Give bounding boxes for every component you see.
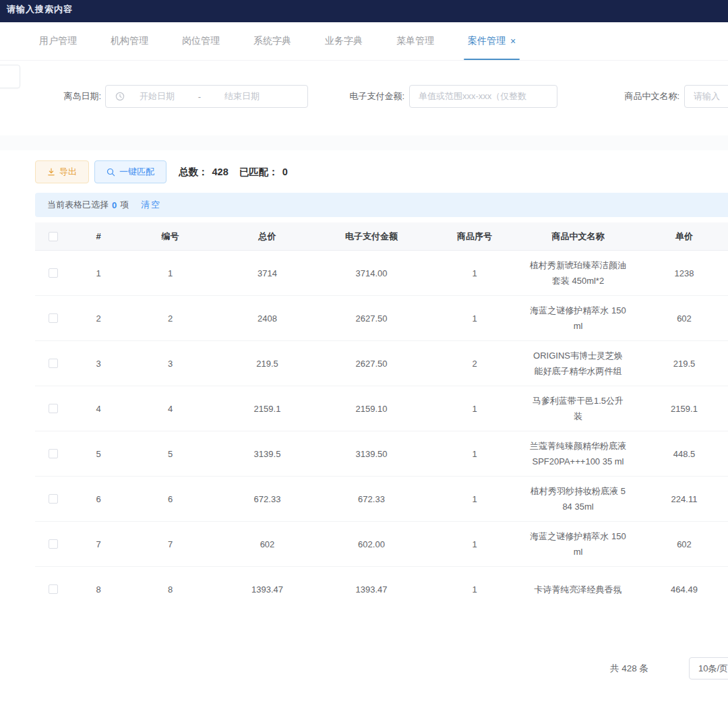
cell-index: 2	[71, 313, 125, 324]
table-header: #编号总价电子支付金额商品序号商品中文名称单价	[35, 222, 728, 251]
row-checkbox[interactable]	[49, 449, 58, 458]
app-window: 请输入搜索内容 用户管理机构管理岗位管理系统字典业务字典菜单管理案件管理× 离岛…	[0, 0, 728, 726]
table-row: 1137143714.001植村秀新琥珀臻萃洁颜油套装 450ml*21238	[35, 251, 728, 296]
payment-amount-filter-label: 电子支付金额:	[322, 85, 404, 108]
cell-product-name: 卡诗菁纯亮泽经典香氛	[526, 575, 630, 604]
cases-table: #编号总价电子支付金额商品序号商品中文名称单价 1137143714.001植村…	[35, 222, 728, 611]
page-size-select[interactable]: 10条/页	[689, 657, 728, 679]
date-range-separator: -	[189, 92, 210, 102]
cell-product-name: 海蓝之谜修护精萃水 150ml	[526, 296, 630, 340]
date-range-input[interactable]: 开始日期 - 结束日期	[105, 85, 308, 108]
tab-item[interactable]: 系统字典	[253, 22, 291, 60]
row-checkbox[interactable]	[49, 404, 58, 413]
cell-code: 4	[125, 404, 215, 414]
row-select-cell	[35, 404, 71, 413]
cell-total-price: 2159.1	[215, 404, 320, 414]
clock-icon	[115, 92, 125, 101]
cell-code: 2	[125, 313, 215, 324]
date-end-placeholder: 结束日期	[210, 90, 274, 102]
tab-label: 菜单管理	[396, 35, 434, 47]
cell-total-price: 1393.47	[215, 584, 320, 595]
table-body: 1137143714.001植村秀新琥珀臻萃洁颜油套装 450ml*212382…	[35, 251, 728, 611]
header-select-cell	[35, 232, 71, 241]
selection-count: 0	[112, 200, 117, 210]
cell-index: 5	[71, 449, 125, 459]
search-icon	[107, 168, 115, 177]
select-all-checkbox[interactable]	[49, 232, 58, 241]
clear-selection-link[interactable]: 清空	[141, 199, 161, 211]
cell-item-no: 1	[423, 584, 526, 595]
cell-unit-price: 448.5	[630, 449, 728, 459]
tab-item[interactable]: 机构管理	[111, 22, 148, 60]
column-header: 编号	[125, 231, 215, 243]
selection-info-bar: 当前表格已选择 0 项 清空	[35, 193, 728, 217]
row-checkbox[interactable]	[49, 584, 58, 594]
row-select-cell	[35, 359, 71, 368]
cell-item-no: 2	[423, 359, 526, 369]
cell-unit-price: 2159.1	[630, 404, 728, 414]
cell-unit-price: 224.11	[630, 494, 728, 504]
cell-unit-price: 602	[630, 313, 728, 324]
cell-payment-amount: 3714.00	[320, 268, 423, 278]
tab-label: 用户管理	[39, 35, 77, 47]
table-row: 553139.53139.501兰蔻菁纯臻颜精华粉底液SPF20PA+++100…	[35, 431, 728, 477]
tab-item[interactable]: 业务字典	[325, 22, 363, 60]
table-row: 66672.33672.331植村秀羽纱持妆粉底液 584 35ml224.11	[35, 477, 728, 522]
row-select-cell	[35, 268, 71, 278]
export-button-label: 导出	[59, 166, 77, 178]
tab-item[interactable]: 岗位管理	[182, 22, 220, 60]
payment-amount-input[interactable]: 单值或范围xxx-xxx（仅整数	[409, 85, 557, 108]
cell-total-price: 2408	[215, 313, 320, 324]
export-button[interactable]: 导出	[35, 160, 89, 183]
cell-total-price: 602	[215, 539, 320, 549]
row-select-cell	[35, 539, 71, 549]
column-header: #	[71, 231, 125, 241]
tab-label: 机构管理	[111, 35, 148, 47]
tab-label: 岗位管理	[182, 35, 220, 47]
cell-payment-amount: 602.00	[320, 539, 423, 549]
row-select-cell	[35, 449, 71, 458]
cell-item-no: 1	[423, 313, 526, 324]
tab-close-icon[interactable]: ×	[510, 36, 516, 46]
row-checkbox[interactable]	[49, 268, 58, 278]
one-click-match-button[interactable]: 一键匹配	[94, 160, 166, 183]
row-checkbox[interactable]	[49, 494, 58, 504]
column-header: 总价	[215, 231, 320, 243]
one-click-match-label: 一键匹配	[119, 166, 154, 178]
cell-product-name: 马爹利蓝带干邑1.5公升装	[526, 386, 630, 431]
cell-total-price: 3714	[215, 268, 320, 278]
tab-bar: 用户管理机构管理岗位管理系统字典业务字典菜单管理案件管理×	[0, 22, 728, 61]
cell-payment-amount: 1393.47	[320, 584, 423, 595]
collapsed-side-panel[interactable]	[0, 65, 20, 88]
cell-index: 3	[71, 359, 125, 369]
cell-total-price: 219.5	[215, 359, 320, 369]
section-divider	[0, 135, 728, 150]
global-search-input[interactable]: 请输入搜索内容	[7, 3, 73, 16]
match-stats: 总数：428已匹配：0	[179, 160, 292, 183]
table-row: 881393.471393.471卡诗菁纯亮泽经典香氛464.49	[35, 567, 728, 611]
cell-code: 1	[125, 268, 215, 278]
cell-unit-price: 464.49	[630, 584, 728, 595]
tab-label: 案件管理	[468, 35, 506, 47]
table-row: 77602602.001海蓝之谜修护精萃水 150ml602	[35, 522, 728, 567]
cell-code: 7	[125, 539, 215, 549]
tab-label: 业务字典	[325, 35, 363, 47]
cell-product-name: ORIGINS韦博士灵芝焕能好底子精华水两件组	[526, 341, 630, 386]
cell-item-no: 1	[423, 539, 526, 549]
cell-payment-amount: 2627.50	[320, 313, 423, 324]
date-filter-label: 离岛日期:	[42, 85, 101, 108]
tab-active[interactable]: 案件管理×	[468, 22, 516, 60]
tab-item[interactable]: 菜单管理	[396, 22, 434, 60]
cell-unit-price: 602	[630, 539, 728, 549]
table-row: 33219.52627.502ORIGINS韦博士灵芝焕能好底子精华水两件组21…	[35, 341, 728, 386]
cell-payment-amount: 3139.50	[320, 449, 423, 459]
row-checkbox[interactable]	[49, 539, 58, 549]
row-checkbox[interactable]	[49, 359, 58, 368]
date-start-placeholder: 开始日期	[125, 90, 189, 102]
product-name-input[interactable]: 请输入	[684, 85, 728, 108]
table-row: 2224082627.501海蓝之谜修护精萃水 150ml602	[35, 296, 728, 341]
cell-product-name: 海蓝之谜修护精萃水 150ml	[526, 522, 630, 566]
cell-item-no: 1	[423, 268, 526, 278]
row-checkbox[interactable]	[49, 313, 58, 323]
tab-item[interactable]: 用户管理	[39, 22, 77, 60]
